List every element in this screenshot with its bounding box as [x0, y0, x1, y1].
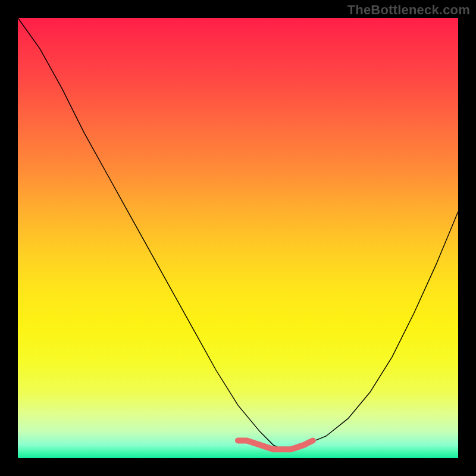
- chart-frame: TheBottleneck.com: [0, 0, 476, 476]
- curve-path: [18, 18, 458, 449]
- marker-path: [238, 440, 313, 449]
- plot-area: [18, 18, 458, 458]
- chart-svg: [18, 18, 458, 458]
- watermark-text: TheBottleneck.com: [347, 2, 470, 18]
